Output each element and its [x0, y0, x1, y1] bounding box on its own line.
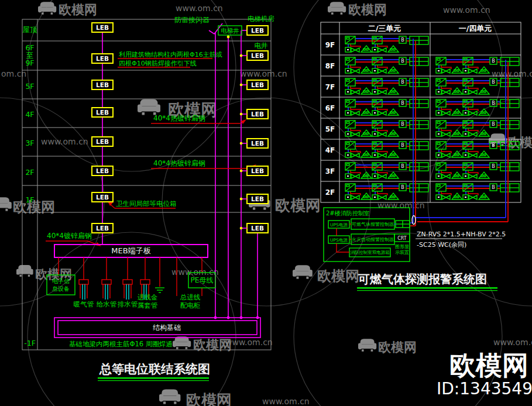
- electric-shaft-label: 电井: [255, 42, 269, 50]
- right-title-block: 可燃气体探测报警系统图: [357, 272, 497, 291]
- leb-box: LEB: [247, 223, 268, 233]
- foundation-label: 结构基础: [153, 324, 181, 332]
- floor-label-9f: 9F: [25, 59, 34, 67]
- foundation-note: 基础地梁内两根主筋Φ16 周圈焊通: [69, 340, 173, 348]
- hot-steel-label-2: 40*4热镀锌扁钢: [153, 159, 205, 167]
- leb-box: LEB: [247, 80, 268, 90]
- leb-box: LEB: [92, 192, 113, 202]
- leb-box-label: LEB: [251, 81, 264, 88]
- unit-23-header: 二/三单元: [368, 24, 401, 33]
- electronic-label-2: 息设备: [52, 285, 70, 292]
- junction-dot: [240, 227, 243, 230]
- gas-floor-label: 8F: [325, 62, 335, 70]
- watermark-url: www.om.cn: [41, 137, 88, 146]
- leb-box-label: LEB: [251, 225, 264, 232]
- watermark-brand: 欧模网: [317, 268, 359, 284]
- floor-label-b1: -1F: [24, 339, 36, 347]
- alarm-bell-label: B: [492, 143, 495, 148]
- watermark-brand: 欧模网: [348, 2, 387, 17]
- ups-label-1: UPS电源: [330, 222, 348, 228]
- leb-box: LEB: [92, 54, 113, 63]
- alarm-bell-label: B: [401, 101, 404, 106]
- alarm-bell-label: B: [401, 122, 404, 127]
- leb-box-label: LEB: [251, 140, 264, 147]
- leb-box: LEB: [247, 166, 268, 176]
- floor-label-2f: 2F: [25, 168, 34, 177]
- gas-controller-label: 可燃气体报警控制器: [352, 222, 394, 227]
- leb-box-label: LEB: [96, 225, 109, 232]
- gas-floor-label: 6F: [325, 104, 335, 112]
- leb-box-label: LEB: [96, 81, 109, 88]
- watermark-url: www.om.cn: [493, 338, 532, 347]
- site-logo-brand: 欧模网: [449, 350, 528, 381]
- water-pipe-label: 给水管: [97, 300, 117, 308]
- hot-steel-label-1: 40*4热镀锌扁钢: [153, 114, 205, 122]
- leb-box: LEB: [92, 23, 113, 32]
- watermark-brand: 欧模网: [275, 197, 321, 214]
- alarm-bell-label: B: [401, 37, 404, 43]
- leb-box-label: LEB: [251, 111, 264, 118]
- leb-box: LEB: [247, 109, 268, 119]
- watermark-url: www.om.cn: [492, 69, 532, 78]
- alarm-bell-label: B: [492, 59, 495, 64]
- leb-box-label: LEB: [251, 52, 264, 59]
- alarm-bell-label: B: [492, 122, 495, 127]
- junction-dot: [240, 84, 243, 87]
- junction-dot: [240, 54, 243, 57]
- main-cabinet-label-1: 总进线: [180, 293, 201, 301]
- display-label-1: 图形显: [395, 244, 409, 249]
- electronic-label-1: 电子信: [52, 278, 70, 284]
- leb-box: LEB: [92, 137, 113, 146]
- bathroom-label: 卫生间局部等电位箱: [116, 199, 177, 208]
- junction-dot: [240, 142, 243, 145]
- bathroom-callout: 卫生间局部等电位箱: [108, 199, 177, 208]
- alarm-bell-label: B: [401, 143, 404, 148]
- heating-pipe-label: 暖气管: [74, 300, 94, 308]
- alarm-bell-label: B: [401, 80, 404, 85]
- unit-14-header: 一/四单元: [459, 24, 492, 33]
- junction-dot: [240, 113, 243, 116]
- cable-spec-line1: ZN-RVS 2*1.5+NH-BV 2*2.5: [417, 230, 506, 238]
- watermark-url: www.om.cn: [176, 4, 223, 13]
- leb-box-label: LEB: [96, 109, 109, 116]
- alarm-bell-label: B: [492, 101, 495, 106]
- leb-box: LEB: [92, 108, 113, 117]
- leb-box: LEB: [92, 223, 113, 233]
- crt-label: CRT: [397, 236, 407, 241]
- leb-box: LEB: [92, 166, 113, 176]
- alarm-bell-label: B: [492, 80, 495, 85]
- leb-box-label: LEB: [251, 167, 264, 174]
- watermark-brand: 欧模网: [378, 340, 417, 355]
- gas-floor-label: 5F: [325, 125, 335, 133]
- left-title-block: 总等电位联结系统图: [98, 362, 210, 381]
- watermark-url: www.om.cn: [225, 338, 273, 347]
- floor-label-4f: 4F: [25, 110, 34, 119]
- leb-box-label: LEB: [96, 55, 109, 62]
- gas-floor-label: 2F: [325, 188, 335, 197]
- leb-box: LEB: [247, 139, 268, 148]
- gas-floor-label: 9F: [325, 41, 335, 49]
- leb-box-label: LEB: [251, 195, 264, 202]
- gas-floor-label: 7F: [325, 83, 335, 91]
- lightning-label: 防雷接闪器: [174, 16, 210, 24]
- note-line2: 四根Φ10钢筋焊接作引下线: [119, 60, 197, 67]
- steel-label: 40*4镀锌扁钢: [47, 232, 92, 240]
- cad-canvas: 欧模网欧模网欧模网欧模网欧模网欧模网欧模网欧模网欧模网欧模网欧模网 www.om…: [0, 0, 532, 406]
- watermark-url: www.om.cn: [377, 201, 425, 210]
- leb-box: LEB: [92, 80, 113, 90]
- site-logo: 欧模网 ID:1343549: [437, 350, 532, 398]
- leb-box: LEB: [247, 194, 268, 204]
- pe-bus-label: PE母线: [191, 276, 214, 284]
- leb-box-label: LEB: [96, 24, 109, 31]
- elevator-room-label: 电梯机房: [248, 15, 275, 23]
- main-cabinet-label-2: 配电柜: [180, 301, 201, 309]
- alarm-bell-label: B: [401, 59, 404, 64]
- alarm-bell-label: B: [492, 164, 495, 169]
- power-box-label: 消防控制室双电源箱: [350, 250, 390, 255]
- watermark-url: www.om.cn: [262, 397, 310, 406]
- gas-floor-label: 3F: [325, 167, 335, 176]
- alarm-bell-label: B: [401, 164, 404, 169]
- elevator-shaft-label: 电梯井: [221, 27, 239, 34]
- cad-screenshot: 欧模网欧模网欧模网欧模网欧模网欧模网欧模网欧模网欧模网欧模网欧模网 www.om…: [0, 0, 532, 406]
- left-title: 总等电位联结系统图: [99, 362, 210, 376]
